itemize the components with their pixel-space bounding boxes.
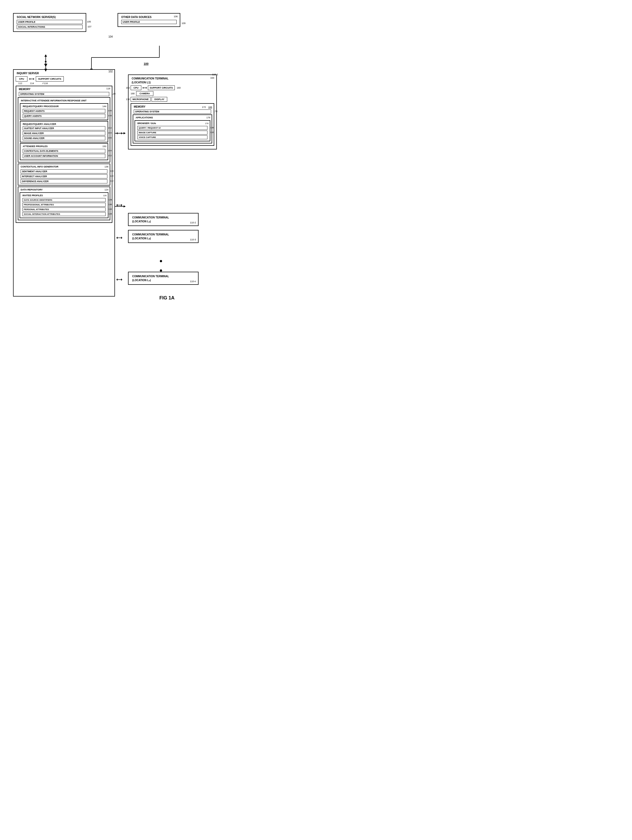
diagram: SOCIAL NETWORK SERVER(S) USER PROFILE 10…	[5, 5, 230, 308]
arrow-cig-comm-l1: ⟷	[116, 202, 122, 207]
svg-marker-15	[123, 132, 126, 134]
query-agents-box: QUERY AGENTS	[23, 114, 105, 118]
ref-112: 112	[18, 82, 22, 85]
user-profile-box-other: USER PROFILE	[121, 20, 177, 24]
comm-terminal-l2-box: COMMUNICATION TERMINAL (LOCATION L₂) 110…	[128, 230, 199, 243]
cpu-support-arrow: ⟷	[29, 77, 34, 81]
comm-support-box: SUPPORT CIRCUITS	[148, 85, 175, 90]
other-data-sources-label: OTHER DATA SOURCES	[120, 15, 153, 19]
os-box: OPERATING SYSTEM	[19, 92, 109, 96]
ref-109: 109	[182, 22, 185, 25]
applications-box: APPLICATIONS 176 BROWSER / GUIs 178 QUER…	[133, 114, 212, 144]
arrow-rqp-comm1: ⟷	[116, 131, 122, 136]
ref-126: 126	[103, 194, 107, 197]
comm-ln-location: (LOCATION Lₙ)	[131, 278, 196, 282]
cig-box: CONTEXTUAL INFO GENERATOR 136 SENTIMENT …	[18, 164, 110, 185]
datasource-id-box: DATA SOURCE IDENTIFIERS	[22, 198, 106, 202]
attendee-profiles-label: ATTENDEE PROFILES	[22, 144, 49, 148]
ref-162: 162	[126, 87, 130, 89]
rqa-box: REQUEST/QUERY ANALYZER GUI/TEXT INPUT AN…	[20, 121, 108, 142]
comm-terminal-1-location: (LOCATION L1)	[131, 81, 169, 84]
ref-144: 144	[103, 105, 106, 107]
ref-132: 132	[108, 208, 112, 210]
ref-105: 105	[87, 21, 91, 23]
comm-terminal-1-label: COMMUNICATION TERMINAL	[131, 77, 169, 81]
user-profile-box-social: USER PROFILE	[17, 20, 82, 24]
comm-l1-label: COMMUNICATION TERMINAL	[131, 216, 196, 219]
query-ui-box: QUERY / REQUEST UI	[137, 126, 207, 130]
memory-section: MEMORY 118 OPERATING SYSTEM 120 INTERACT…	[16, 86, 112, 223]
inquiry-cpu-box: CPU	[16, 76, 27, 82]
ref-196: 196	[108, 137, 112, 139]
ref-154: 154	[108, 150, 112, 152]
ref-176: 176	[206, 116, 210, 119]
ref-182: 182	[210, 131, 214, 134]
ref-150: 150	[103, 145, 106, 148]
cig-label: CONTEXTUAL INFO GENERATOR	[20, 165, 60, 169]
applications-label: APPLICATIONS	[134, 116, 154, 119]
rqp-box: REQUEST/QUERY PROCESSOR 144 REQUEST AGEN…	[20, 103, 108, 120]
data-repo-label: DATA REPOSITORY	[20, 188, 44, 191]
ref-152: 152	[108, 155, 112, 157]
ref-110-1: 110-1	[212, 73, 218, 76]
social-interactions-box: SOCIAL INTERACTIONS	[17, 25, 82, 29]
ref-164: 164	[210, 77, 214, 79]
user-account-box: USER ACCOUNT INFORMATION	[23, 154, 105, 158]
ref-106: 106	[174, 15, 178, 18]
ref-166: 166	[208, 106, 212, 109]
ref-180: 180	[210, 126, 214, 129]
ref-174: 174	[213, 110, 217, 113]
ref-124: 124	[104, 188, 108, 191]
ref-160: 160	[177, 87, 181, 89]
ref-194: 194	[108, 132, 112, 134]
ref-130: 130	[108, 203, 112, 205]
comm-l2-label: COMMUNICATION TERMINAL	[131, 232, 196, 237]
comm-l2-location: (LOCATION L₂)	[131, 237, 196, 240]
comm-cpu-support-arrow: ⟷	[142, 86, 147, 90]
sound-analyzer-box: SOUND ANALYZER	[23, 136, 105, 140]
comm-ln-label: COMMUNICATION TERMINAL	[131, 274, 196, 278]
microphone-box: MICROPHONE	[131, 97, 150, 102]
ref-128: 128	[108, 199, 112, 201]
ref-172: 172	[202, 106, 206, 109]
intersect-box: INTERSECT ANALYZER	[21, 174, 107, 178]
ref-116: ↗116	[42, 82, 48, 85]
ref-134: 134	[108, 213, 112, 215]
comm-memory-label: MEMORY	[133, 105, 147, 109]
ref-170: 170	[126, 98, 130, 101]
ref-107: 107	[87, 25, 92, 28]
diagram-ref-100: 100	[144, 62, 149, 65]
gui-analyzer-box: GUI/TEXT INPUT ANALYZER	[23, 126, 105, 130]
ref-142: 142	[110, 180, 114, 182]
attendee-profiles-box: ATTENDEE PROFILES 150 CONTEXTUAL DATA EL…	[20, 143, 108, 160]
fig-label: FIG 1A	[160, 295, 175, 301]
other-data-sources-box: OTHER DATA SOURCES 106 USER PROFILE 109	[118, 13, 180, 27]
ref-102: 102	[108, 70, 113, 73]
ref-110-n: 110-n	[190, 280, 196, 283]
browser-box: BROWSER / GUIs 178 QUERY / REQUEST UI 18…	[134, 120, 210, 141]
social-network-label: SOCIAL NETWORK SERVER(S)	[16, 15, 84, 19]
ref-148: 148	[108, 114, 112, 117]
ref-104: 104	[108, 35, 113, 38]
ref-178: 178	[205, 122, 209, 125]
difference-box: DIFFERENCE ANALYZER	[21, 179, 107, 183]
inquiry-support-circuits-box: SUPPORT CIRCUITS	[36, 76, 64, 82]
rqp-label: REQUEST/QUERY PROCESSOR	[22, 104, 60, 108]
ref-110-2: 110-2	[190, 221, 196, 224]
professional-box: PROFESSIONAL ATTRIBUTES	[22, 203, 106, 207]
comm-os-box: OPERATING SYSTEM	[134, 109, 211, 114]
comm-terminal-1-box: COMMUNICATION TERMINAL (LOCATION L1) 164…	[128, 74, 217, 150]
social-network-box: SOCIAL NETWORK SERVER(S) USER PROFILE 10…	[13, 13, 86, 32]
comm-terminal-ln-box: COMMUNICATION TERMINAL (LOCATION Lₙ) 110…	[128, 272, 199, 285]
browser-label: BROWSER / GUIs	[136, 122, 157, 125]
comm-terminal-l1-box: COMMUNICATION TERMINAL (LOCATION L₁) 110…	[128, 213, 199, 226]
personal-box: PERSONAL ATTRIBUTES	[22, 207, 106, 212]
contextual-data-box: CONTEXTUAL DATA ELEMENTS	[23, 149, 105, 153]
comm-memory-box: MEMORY 172 166 OPERATING SYSTEM 174 APPL…	[131, 103, 214, 146]
rqa-label: REQUEST/QUERY ANALYZER	[22, 122, 57, 126]
arrow-cig-comm-l2: ⟷	[116, 235, 122, 240]
arrow-cig-comm-ln: ⟷	[116, 277, 122, 282]
social-interaction-box: SOCIAL INTERACTION ATTRIBUTES	[22, 212, 106, 216]
ref-110-3: 110-3	[190, 238, 196, 241]
image-analyzer-box: IMAGE ANALYZER	[23, 131, 105, 135]
